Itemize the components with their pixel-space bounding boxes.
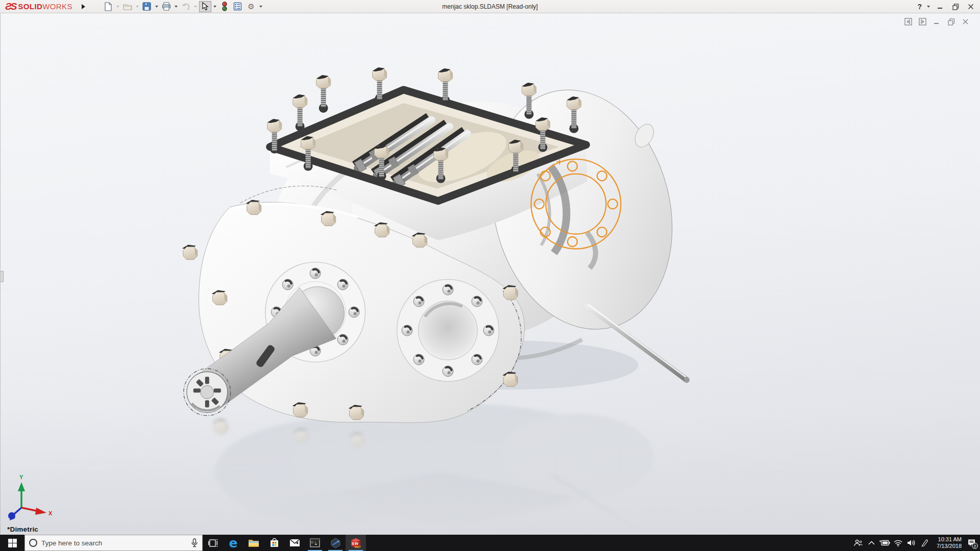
taskbar-search[interactable] (24, 535, 203, 551)
open-button[interactable] (121, 1, 134, 12)
titlebar: ƧS SOLIDWORKS (0, 0, 980, 13)
search-input[interactable] (41, 539, 187, 547)
graphics-viewport[interactable]: Y X *Dimetric (0, 13, 980, 535)
brand-solid: SOLID (18, 2, 42, 11)
undo-icon (181, 3, 190, 11)
doc-close-icon (962, 18, 969, 25)
orientation-triad[interactable]: Y X (5, 473, 66, 521)
restore-button[interactable] (949, 2, 962, 12)
clock-date: 7/13/2018 (931, 543, 962, 549)
store-icon (270, 538, 279, 548)
restore-icon (952, 4, 959, 10)
doc-minimize-icon (934, 18, 940, 25)
close-button[interactable] (965, 2, 977, 12)
print-icon (162, 2, 171, 11)
reflection-fade (1, 406, 980, 535)
file-properties-icon (233, 2, 242, 11)
windows-taskbar: e C:\ (0, 535, 980, 551)
help-button[interactable]: ? (916, 3, 923, 11)
wifi-icon (894, 540, 902, 546)
mail-app-button[interactable] (284, 535, 305, 551)
command-prompt-icon: C:\ (310, 538, 320, 547)
action-center-button[interactable]: 2 (965, 535, 978, 551)
solidworks-app-button[interactable]: SW 2017 (346, 535, 366, 551)
edge-icon: e (229, 537, 238, 549)
select-cursor-icon (202, 2, 209, 11)
right-bearing-flange[interactable] (397, 280, 499, 382)
print-button[interactable] (160, 1, 173, 12)
battery-tray-button[interactable] (878, 535, 891, 551)
triad-y-label: Y (19, 474, 23, 480)
options-button[interactable]: ⚙ (245, 1, 257, 12)
menu-flyout-button[interactable] (80, 2, 88, 11)
solidworks-logo: ƧS SOLIDWORKS (0, 1, 72, 12)
pane-right-button[interactable] (918, 17, 927, 26)
save-dropdown[interactable] (154, 1, 159, 12)
options-dropdown[interactable] (258, 1, 263, 12)
wifi-tray-button[interactable] (891, 535, 904, 551)
select-dropdown[interactable] (212, 1, 217, 12)
pen-tray-button[interactable] (918, 535, 931, 551)
system-tray: 10:31 AM 7/13/2018 2 (851, 535, 980, 551)
battery-charging-icon (879, 540, 890, 546)
undo-button[interactable] (180, 1, 192, 12)
stoplight-icon (222, 2, 228, 11)
minimize-icon (937, 4, 943, 10)
rebuild-stoplight-button[interactable] (218, 1, 231, 12)
brand-works: WORKS (42, 2, 72, 11)
notification-badge: 2 (972, 543, 978, 549)
svg-text:2017: 2017 (355, 545, 361, 548)
doc-minimize-button[interactable] (933, 17, 941, 26)
tray-overflow-button[interactable] (865, 535, 878, 551)
print-dropdown[interactable] (174, 1, 179, 12)
gear-icon: ⚙ (248, 3, 254, 10)
store-app-button[interactable] (264, 535, 284, 551)
flyout-arrow-icon (82, 4, 85, 9)
undo-dropdown[interactable] (193, 1, 198, 12)
help-dropdown[interactable] (926, 1, 931, 12)
pen-icon (921, 539, 928, 547)
open-dropdown[interactable] (135, 1, 140, 12)
triad-x-label: X (48, 510, 53, 516)
file-explorer-icon (248, 538, 259, 547)
document-window-controls (904, 17, 970, 26)
file-explorer-button[interactable] (243, 535, 264, 551)
hexagon-app-button[interactable] (325, 535, 346, 551)
select-tool-button[interactable] (199, 1, 211, 12)
doc-restore-icon (948, 18, 955, 26)
new-document-button[interactable] (102, 1, 114, 12)
microphone-icon[interactable] (191, 538, 198, 547)
pane-right-icon (919, 18, 926, 26)
cortana-icon[interactable] (29, 539, 37, 547)
taskbar-clock[interactable]: 10:31 AM 7/13/2018 (931, 536, 965, 549)
clock-time: 10:31 AM (931, 536, 962, 543)
command-prompt-button[interactable]: C:\ (305, 535, 325, 551)
chevron-up-icon (868, 541, 875, 545)
people-tray-button[interactable] (851, 535, 865, 551)
edge-app-button[interactable]: e (223, 535, 243, 551)
triad-y-arrow (18, 482, 25, 491)
volume-tray-button[interactable] (904, 535, 918, 551)
svg-text:C:\: C:\ (311, 541, 316, 544)
doc-restore-button[interactable] (947, 17, 955, 26)
pane-left-icon (904, 18, 912, 26)
gearbox-assembly-model[interactable] (1, 13, 980, 534)
pane-left-button[interactable] (904, 17, 913, 26)
task-view-button[interactable] (203, 535, 223, 551)
task-view-icon (208, 539, 218, 547)
new-document-dropdown[interactable] (115, 1, 120, 12)
mail-icon (289, 539, 300, 547)
close-icon (968, 4, 974, 10)
file-properties-button[interactable] (232, 1, 244, 12)
people-icon (854, 539, 863, 547)
start-button[interactable] (0, 535, 24, 551)
minimize-button[interactable] (934, 2, 946, 12)
triad-x-arrow (35, 508, 46, 515)
new-document-icon (104, 2, 112, 11)
save-button[interactable] (141, 1, 153, 12)
view-orientation-label: *Dimetric (7, 525, 38, 533)
open-folder-icon (123, 3, 132, 11)
save-floppy-icon (142, 2, 151, 11)
doc-close-button[interactable] (961, 17, 970, 26)
windows-logo-icon (8, 539, 17, 547)
